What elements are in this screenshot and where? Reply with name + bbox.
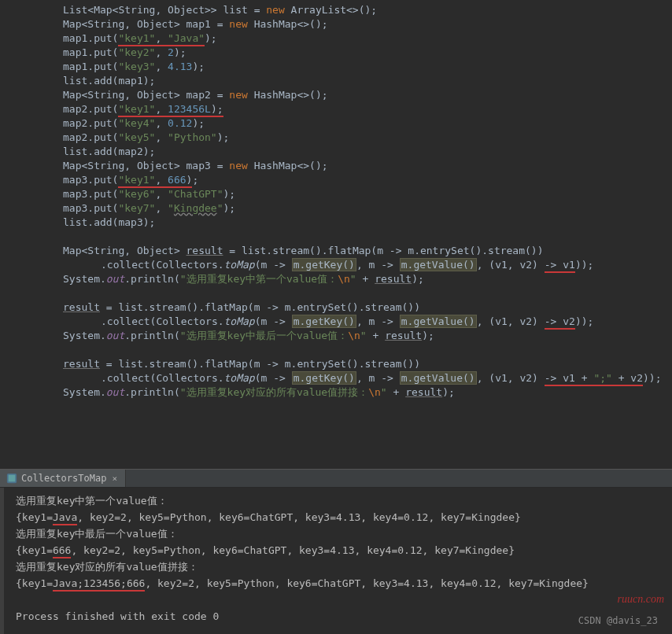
code-line: list.add(map2); [25,145,672,159]
code-line: System.out.println("选用重复key中第一个value值：\n… [25,272,672,286]
code-line: .collect(Collectors.toMap(m -> m.getKey(… [25,371,672,385]
code-line: result = list.stream().flatMap(m -> m.en… [25,357,672,371]
code-line: Map<String, Object> map3 = new HashMap<>… [25,159,672,173]
code-line: result = list.stream().flatMap(m -> m.en… [25,300,672,315]
code-line: List<Map<String, Object>> list = new Arr… [25,3,672,17]
code-line: Map<String, Object> result = list.stream… [25,244,672,258]
csdn-attribution: CSDN @davis_23 [578,613,658,629]
code-line: map3.put("key7", "Kingdee"); [25,201,672,216]
code-line: map1.put("key3", 4.13); [25,60,672,74]
blank-line [25,286,672,300]
code-line: map2.put("key4", 0.12); [25,116,672,131]
console-line: {key1=666, key2=2, key5=Python, key6=Cha… [16,542,672,558]
close-icon[interactable]: × [110,474,119,484]
console-line: {key1=Java;123456;666, key2=2, key5=Pyth… [16,575,672,592]
code-line: map3.put("key1", 666); [25,173,672,187]
code-line: .collect(Collectors.toMap(m -> m.getKey(… [25,258,672,272]
console-line: 选用重复key中最后一个value值： [16,525,672,542]
console-tabbar: CollectorsToMap × [0,469,672,488]
console-line: Process finished with exit code 0 [16,608,672,625]
code-line: map1.put("key1", "Java"); [25,31,672,46]
code-line: list.add(map1); [25,74,672,88]
code-line: .collect(Collectors.toMap(m -> m.getKey(… [25,315,672,329]
console-tab[interactable]: CollectorsToMap × [0,470,126,487]
code-line: map3.put("key6", "ChatGPT"); [25,187,672,201]
console-output[interactable]: 选用重复key中第一个value值： {key1=Java, key2=2, k… [0,488,672,634]
code-line: map1.put("key2", 2); [25,46,672,60]
blank-line [25,343,672,357]
code-line: list.add(map3); [25,216,672,230]
console-gutter [0,488,4,634]
tab-label: CollectorsToMap [21,473,106,484]
code-line: map2.put("key1", 123456L); [25,102,672,116]
svg-rect-1 [9,475,16,482]
run-icon [6,473,17,484]
code-line: System.out.println("选用重复key对应的所有value值拼接… [25,385,672,400]
code-editor[interactable]: List<Map<String, Object>> list = new Arr… [0,0,672,469]
code-line: map2.put("key5", "Python"); [25,131,672,145]
blank-line [16,592,672,608]
console-line: {key1=Java, key2=2, key5=Python, key6=Ch… [16,509,672,525]
blank-line [25,230,672,244]
console-line: 选用重复key对应的所有value值拼接： [16,558,672,575]
console-line: 选用重复key中第一个value值： [16,492,672,509]
watermark: ruucn.com [618,591,665,607]
code-line: Map<String, Object> map1 = new HashMap<>… [25,17,672,31]
code-line: Map<String, Object> map2 = new HashMap<>… [25,88,672,102]
code-line: System.out.println("选用重复key中最后一个value值：\… [25,329,672,343]
